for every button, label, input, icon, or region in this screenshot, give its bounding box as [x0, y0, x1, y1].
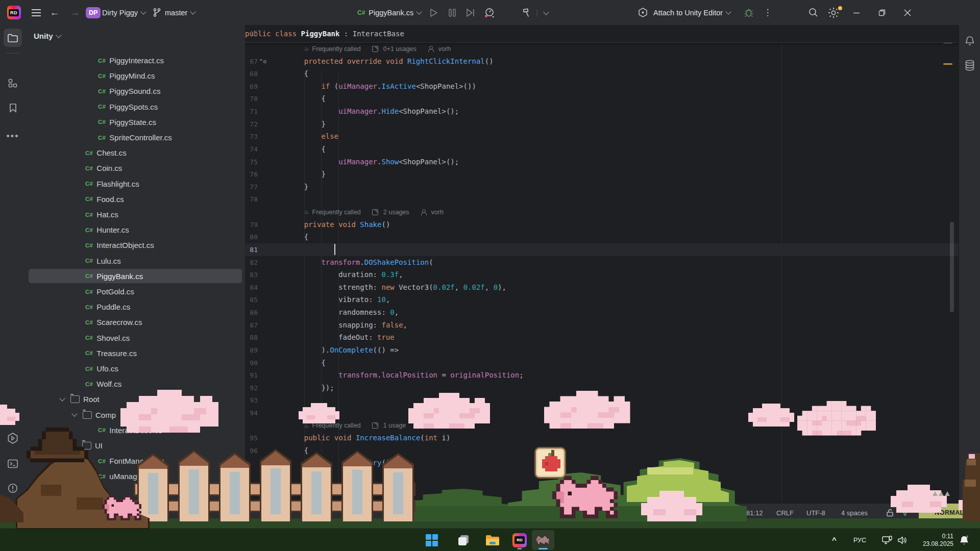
tree-item-shovel-cs[interactable]: C#Shovel.cs [26, 331, 246, 345]
tree-item-potgold-cs[interactable]: C#PotGold.cs [26, 284, 246, 299]
project-view-selector[interactable]: Unity [34, 32, 61, 40]
clock[interactable]: 0:11 23.08.2025 [913, 529, 953, 551]
minimize-button[interactable] [848, 0, 865, 25]
line-ending-selector[interactable]: CRLF [776, 504, 794, 522]
code-line-71[interactable]: 71 uiManager.Hide<ShopPanel>(); [245, 105, 959, 118]
code-line-74[interactable]: 74 { [245, 143, 959, 156]
code-line-87[interactable]: 87 snapping: false, [245, 319, 959, 332]
more-actions-kebab[interactable]: ⋮ [762, 0, 774, 25]
terminal-tool-button[interactable] [4, 455, 22, 473]
code-editor[interactable]: ♨Frequently called0+1 usagesvorh67^o pro… [245, 25, 959, 503]
code-line-70[interactable]: 70 { [245, 92, 959, 105]
code-line-72[interactable]: 72 } [245, 118, 959, 131]
tree-item-interactbase-cs[interactable]: C#InteractBase.cs [26, 423, 246, 438]
code-line-93[interactable]: 93 [245, 394, 959, 407]
settings-gear-button[interactable] [825, 0, 842, 25]
tree-item-coin-cs[interactable]: C#Coin.cs [26, 161, 246, 176]
code-line-69[interactable]: 69 if (uiManager.IsActive<ShopPanel>()) [245, 80, 959, 93]
run-button[interactable] [427, 0, 441, 25]
code-vision-hint[interactable]: ♨Frequently called1 usagevorh [304, 419, 440, 432]
code-line-90[interactable]: 90 { [245, 357, 959, 369]
branch-selector[interactable]: master [153, 0, 195, 25]
start-button[interactable] [421, 530, 443, 550]
database-tool-button[interactable] [961, 56, 979, 74]
tree-item-ui[interactable]: UI [26, 438, 246, 453]
main-menu-button[interactable] [28, 0, 45, 25]
code-line-94[interactable]: 94 [245, 407, 959, 419]
build-hammer-button[interactable] [519, 0, 534, 25]
restore-button[interactable] [874, 0, 890, 25]
file-explorer-button[interactable] [481, 530, 503, 550]
code-vision-hint[interactable]: ♨Frequently called0+1 usagesvorh [304, 42, 451, 55]
code-line-83[interactable]: 83 duration: 0.3f, [245, 268, 959, 281]
tree-item-piggyspots-cs[interactable]: C#PiggySpots.cs [26, 99, 246, 114]
code-line-84[interactable]: 84 strength: new Vector3(0.02f, 0.02f, 0… [245, 281, 959, 294]
build-options-chevron[interactable] [540, 0, 552, 25]
code-line-73[interactable]: 73 else [245, 130, 959, 143]
code-line-92[interactable]: 92 }); [245, 382, 959, 394]
code-line-85[interactable]: 85 vibrato: 10, [245, 293, 959, 306]
code-line-86[interactable]: 86 randomness: 0, [245, 306, 959, 319]
code-line-68[interactable]: 68 { [245, 67, 959, 80]
tree-item-lulu-cs[interactable]: C#Lulu.cs [26, 254, 246, 268]
override-gutter-icon[interactable]: ^o [259, 55, 267, 68]
vim-mode-badge[interactable]: NORMAL [919, 504, 980, 522]
code-line-79[interactable]: 79 private void Shake() [245, 218, 959, 231]
search-everywhere-button[interactable] [805, 0, 821, 25]
indent-selector[interactable]: 4 spaces [841, 504, 868, 522]
tree-item-flashlight-cs[interactable]: C#Flashlight.cs [26, 177, 246, 191]
tree-item-food-cs[interactable]: C#Food.cs [26, 192, 246, 207]
unity-run-tool-button[interactable] [4, 429, 22, 447]
rider-logo-icon[interactable]: RD [6, 0, 21, 25]
code-line-96[interactable]: 96 { [245, 444, 959, 457]
tree-item-treasure-cs[interactable]: C#Treasure.cs [26, 346, 246, 361]
tree-item-piggybank-cs[interactable]: C#PiggyBank.cs [26, 269, 246, 284]
notification-bell-icon[interactable]: z [959, 529, 970, 551]
back-button[interactable]: ← [46, 0, 63, 25]
code-line-77[interactable]: 77 } [245, 181, 959, 193]
tree-item-piggysound-cs[interactable]: C#PiggySound.cs [26, 84, 246, 98]
bookmarks-tool-button[interactable] [4, 98, 22, 117]
tree-item-spritecontroller-cs[interactable]: C#SpriteController.cs [26, 130, 246, 145]
encoding-selector[interactable]: UTF-8 [806, 504, 825, 522]
tree-item-piggystate-cs[interactable]: C#PiggyState.cs [26, 115, 246, 130]
code-line-81[interactable]: 81 [245, 243, 959, 256]
volume-icon[interactable] [897, 529, 908, 551]
tree-item-chest-cs[interactable]: C#Chest.cs [26, 145, 246, 160]
code-line-67[interactable]: 67^o protected override void RightClickI… [245, 55, 959, 68]
step-button[interactable] [463, 0, 478, 25]
code-line-75[interactable]: 75 uiManager.Show<ShopPanel>(); [245, 156, 959, 168]
code-vision-hint[interactable]: ♨Frequently called2 usagesvorh [304, 206, 444, 218]
caret-position[interactable]: 81:12 [746, 504, 763, 522]
tree-item-puddle-cs[interactable]: C#Puddle.cs [26, 299, 246, 314]
task-view-button[interactable] [452, 530, 475, 550]
warning-stripe-mark[interactable] [943, 63, 952, 65]
tree-item-root[interactable]: Root [26, 392, 245, 407]
structure-tool-button[interactable] [4, 74, 22, 92]
tree-expand-chevron[interactable] [59, 395, 65, 401]
pause-button[interactable] [445, 0, 459, 25]
profiler-button[interactable] [482, 0, 497, 25]
project-selector[interactable]: Dirty Piggy [102, 0, 145, 25]
tree-item-fontmanager-cs[interactable]: C#FontManager.cs [26, 454, 246, 468]
code-line-95[interactable]: 95 public void IncreaseBalance(int i) [245, 432, 959, 444]
breadcrumb[interactable]: Pig [376, 485, 396, 492]
close-button[interactable] [899, 0, 916, 25]
code-line[interactable]: nner ry(); [245, 457, 959, 469]
project-tool-button[interactable] [4, 29, 22, 47]
lambda-icon[interactable]: λ [712, 504, 715, 522]
pig-game-taskbar-button[interactable] [532, 530, 554, 550]
tree-item-scarecrow-cs[interactable]: C#Scarecrow.cs [26, 315, 246, 330]
more-tool-windows-button[interactable]: ••• [4, 127, 22, 145]
run-config-selector[interactable]: C# PiggyBank.cs [357, 0, 421, 25]
forward-button[interactable]: → [66, 0, 84, 25]
tray-expand-chevron[interactable]: ^ [832, 529, 837, 551]
editor-scrollbar[interactable] [950, 222, 954, 312]
problems-tool-button[interactable] [4, 479, 22, 497]
rider-taskbar-button[interactable]: RD [508, 530, 531, 550]
tree-expand-chevron[interactable] [71, 411, 77, 416]
tree-item-interactobject-cs[interactable]: C#InteractObject.cs [26, 238, 246, 253]
tree-item-umanager-cs[interactable]: C#uManager.cs [26, 469, 246, 484]
tree-item-piggymind-cs[interactable]: C#PiggyMind.cs [26, 68, 246, 83]
code-line-78[interactable]: 78 [245, 193, 959, 206]
